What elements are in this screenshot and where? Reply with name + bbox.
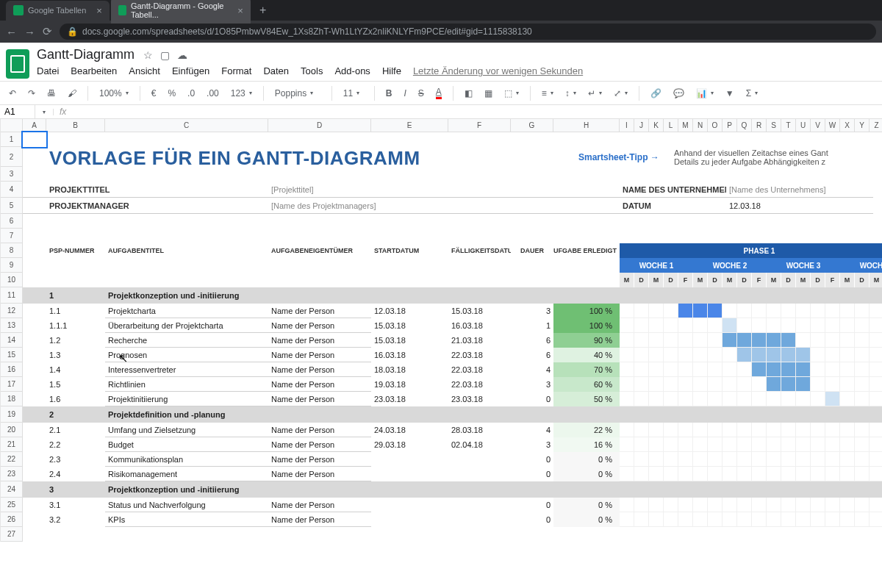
gantt-cell[interactable] (723, 318, 737, 333)
gantt-cell[interactable] (708, 333, 723, 348)
gantt-cell[interactable] (752, 452, 767, 467)
gantt-cell[interactable] (620, 512, 634, 527)
date-label[interactable]: DATUM (620, 198, 726, 214)
row-header[interactable]: 12 (1, 304, 22, 318)
gantt-cell[interactable] (708, 318, 723, 333)
gantt-cell[interactable] (855, 423, 870, 437)
gantt-cell[interactable] (737, 304, 752, 318)
gantt-cell[interactable] (796, 467, 811, 481)
template-title[interactable]: VORLAGE FÜR EIN GANTT-DIAGRAMM (46, 147, 576, 167)
task-num[interactable]: 1.5 (46, 377, 105, 392)
gantt-cell[interactable] (664, 452, 678, 467)
row-header[interactable]: 23 (1, 467, 22, 481)
gantt-cell[interactable] (825, 437, 840, 452)
currency-button[interactable]: € (148, 86, 159, 101)
cell[interactable] (23, 198, 46, 214)
gantt-cell[interactable] (634, 318, 649, 333)
gantt-cell[interactable] (811, 333, 825, 348)
gantt-cell[interactable] (825, 362, 840, 377)
gantt-cell[interactable] (737, 362, 752, 377)
star-icon[interactable]: ☆ (143, 49, 153, 61)
gantt-cell[interactable] (781, 304, 796, 318)
back-button[interactable]: ← (6, 26, 17, 38)
col-header[interactable]: D (268, 119, 371, 132)
gantt-cell[interactable] (811, 362, 825, 377)
col-header[interactable]: V (811, 119, 825, 132)
col-header[interactable]: C (105, 119, 268, 132)
gantt-cell[interactable] (693, 348, 708, 362)
gantt-cell[interactable] (649, 452, 664, 467)
task-start[interactable]: 29.03.18 (371, 437, 448, 452)
gantt-cell[interactable] (796, 318, 811, 333)
cell[interactable] (23, 214, 46, 229)
task-start[interactable]: 23.03.18 (371, 392, 448, 406)
gantt-cell[interactable] (870, 498, 882, 512)
task-dur[interactable]: 0 (511, 392, 553, 406)
borders-button[interactable]: ▦ (481, 86, 495, 101)
gantt-cell[interactable] (634, 348, 649, 362)
gantt-cell[interactable] (796, 437, 811, 452)
col-header[interactable]: R (752, 119, 767, 132)
gantt-cell[interactable] (664, 498, 678, 512)
gantt-cell[interactable] (620, 498, 634, 512)
cell-a1[interactable] (23, 132, 46, 147)
task-dur[interactable]: 4 (511, 423, 553, 437)
row-header[interactable]: 24– (1, 481, 22, 498)
task-owner[interactable]: Name der Person (268, 452, 371, 467)
gantt-cell[interactable] (840, 437, 855, 452)
row-header[interactable]: 2 (1, 147, 22, 167)
project-title-label[interactable]: PROJEKTTITEL (46, 182, 268, 198)
gantt-cell[interactable] (752, 423, 767, 437)
col-header[interactable]: I (620, 119, 634, 132)
cell[interactable] (553, 258, 620, 273)
task-title[interactable]: Projektcharta (105, 304, 268, 318)
gantt-cell[interactable] (723, 498, 737, 512)
gantt-cell[interactable] (678, 512, 693, 527)
col-header[interactable]: H (553, 119, 620, 132)
gantt-cell[interactable] (752, 498, 767, 512)
row-header[interactable]: 5 (1, 198, 22, 214)
week-header[interactable]: WOCHE 4 (840, 258, 882, 273)
number-format-button[interactable]: 123 (228, 86, 255, 101)
day-header[interactable]: F (825, 273, 840, 287)
row-header[interactable]: 17 (1, 377, 22, 392)
gantt-cell[interactable] (855, 498, 870, 512)
gantt-cell[interactable] (781, 437, 796, 452)
task-title[interactable]: Richtlinien (105, 377, 268, 392)
gantt-cell[interactable] (693, 437, 708, 452)
gantt-cell[interactable] (870, 318, 882, 333)
gantt-cell[interactable] (781, 452, 796, 467)
task-pct[interactable]: 0 % (553, 467, 620, 481)
gantt-cell[interactable] (870, 348, 882, 362)
link-button[interactable]: 🔗 (648, 86, 664, 101)
gantt-cell[interactable] (825, 348, 840, 362)
col-header[interactable]: O (708, 119, 723, 132)
gantt-cell[interactable] (767, 423, 781, 437)
gantt-cell[interactable] (781, 377, 796, 392)
day-header[interactable]: M (840, 273, 855, 287)
task-due[interactable]: 16.03.18 (448, 318, 511, 333)
gantt-cell[interactable] (620, 348, 634, 362)
gantt-cell[interactable] (855, 318, 870, 333)
hdr-owner[interactable]: AUFGABENEIGENTÜMER (268, 243, 371, 258)
gantt-cell[interactable] (752, 467, 767, 481)
close-icon[interactable]: × (237, 5, 243, 16)
gantt-cell[interactable] (664, 333, 678, 348)
col-header[interactable]: E (371, 119, 448, 132)
row-header[interactable]: 4 (1, 182, 22, 198)
print-button[interactable]: 🖶 (44, 86, 59, 101)
date-value[interactable]: 12.03.18 (726, 198, 873, 214)
task-start[interactable]: 16.03.18 (371, 348, 448, 362)
hdr-task[interactable]: AUFGABENTITEL (105, 243, 268, 258)
gantt-cell[interactable] (723, 423, 737, 437)
cell[interactable] (23, 377, 46, 392)
gantt-cell[interactable] (796, 392, 811, 406)
cell[interactable] (23, 423, 46, 437)
gantt-cell[interactable] (634, 304, 649, 318)
task-owner[interactable]: Name der Person (268, 304, 371, 318)
task-num[interactable]: 2.2 (46, 437, 105, 452)
gantt-cell[interactable] (870, 377, 882, 392)
task-start[interactable]: 24.03.18 (371, 423, 448, 437)
gantt-cell[interactable] (811, 318, 825, 333)
task-pct[interactable]: 70 % (553, 362, 620, 377)
